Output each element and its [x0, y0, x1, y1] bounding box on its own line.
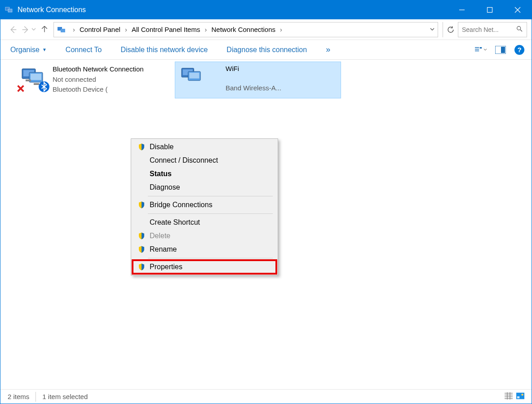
shield-icon [136, 245, 147, 253]
connection-item-bluetooth[interactable]: Bluetooth Network Connection Not connect… [16, 62, 177, 97]
diagnose-connection-button[interactable]: Diagnose this connection [224, 44, 310, 56]
svg-point-41 [521, 394, 523, 396]
address-bar[interactable]: › Control Panel › All Control Panel Item… [53, 22, 438, 37]
context-menu: Disable Connect / Disconnect Status Diag… [131, 138, 278, 275]
connection-name: WiFi [226, 64, 281, 74]
menu-item-delete: Delete [133, 229, 276, 243]
menu-item-properties[interactable]: Properties [133, 260, 276, 274]
address-dropdown[interactable] [430, 26, 435, 33]
overflow-button[interactable]: » [326, 45, 330, 54]
svg-rect-40 [517, 396, 519, 399]
chevron-right-icon[interactable]: › [280, 26, 282, 33]
menu-separator [148, 196, 273, 196]
menu-item-connect-disconnect[interactable]: Connect / Disconnect [133, 154, 276, 167]
help-button[interactable]: ? [514, 45, 524, 55]
breadcrumb-item[interactable]: Network Connections [209, 26, 277, 33]
refresh-button[interactable] [443, 22, 458, 37]
up-button[interactable] [40, 24, 49, 35]
window-title: Network Connections [18, 6, 86, 14]
svg-rect-1 [8, 9, 12, 12]
svg-rect-3 [488, 8, 492, 13]
connection-device: Band Wireless-A... [226, 83, 281, 93]
shield-icon [136, 263, 147, 271]
forward-button[interactable] [19, 23, 32, 36]
svg-rect-22 [31, 74, 41, 80]
network-adapter-icon [177, 64, 208, 93]
recent-locations-dropdown[interactable] [31, 26, 36, 33]
chevron-right-icon[interactable]: › [204, 26, 207, 33]
menu-item-disable[interactable]: Disable [133, 140, 276, 154]
connection-device: Bluetooth Device ( [53, 84, 144, 95]
content-area: Bluetooth Network Connection Not connect… [0, 60, 532, 389]
shield-icon [136, 201, 147, 209]
network-adapter-icon [18, 64, 48, 93]
back-button[interactable] [7, 23, 19, 36]
title-bar: Network Connections [0, 0, 532, 19]
chevron-right-icon[interactable]: › [125, 26, 127, 33]
svg-rect-9 [61, 29, 65, 32]
organise-menu[interactable]: Organise▼ [8, 44, 49, 56]
svg-rect-23 [26, 80, 31, 81]
menu-separator [148, 213, 273, 214]
maximize-button[interactable] [476, 0, 504, 19]
chevron-right-icon[interactable]: › [73, 26, 75, 33]
close-button[interactable] [504, 0, 532, 19]
navigation-bar: › Control Panel › All Control Panel Item… [0, 19, 532, 40]
app-icon [5, 5, 14, 14]
command-bar: Organise▼ Connect To Disable this networ… [0, 40, 532, 60]
breadcrumb: › Control Panel › All Control Panel Item… [70, 26, 285, 33]
connection-item-wifi[interactable]: WiFi Band Wireless-A... [175, 62, 341, 98]
shield-icon [136, 143, 147, 151]
svg-rect-32 [189, 73, 199, 79]
svg-point-10 [517, 27, 521, 30]
location-icon [57, 24, 67, 35]
menu-item-create-shortcut[interactable]: Create Shortcut [133, 216, 276, 229]
disable-device-button[interactable]: Disable this network device [118, 44, 210, 56]
large-icons-view-button[interactable] [516, 392, 524, 401]
svg-rect-18 [501, 47, 505, 53]
connect-to-button[interactable]: Connect To [63, 44, 105, 56]
menu-item-rename[interactable]: Rename [133, 243, 276, 256]
svg-line-11 [520, 30, 522, 31]
connection-name: Bluetooth Network Connection [53, 64, 144, 75]
details-view-button[interactable] [505, 392, 513, 401]
breadcrumb-item[interactable]: Control Panel [78, 26, 122, 33]
status-bar: 2 items 1 item selected [0, 389, 532, 404]
menu-item-bridge[interactable]: Bridge Connections [133, 198, 276, 212]
search-icon [516, 25, 523, 34]
svg-rect-16 [480, 47, 482, 48]
search-box[interactable] [458, 22, 527, 37]
shield-icon [136, 232, 147, 240]
menu-item-diagnose[interactable]: Diagnose [133, 181, 276, 194]
breadcrumb-item[interactable]: All Control Panel Items [130, 26, 202, 33]
change-view-button[interactable] [475, 44, 487, 55]
connection-status: Not connected [53, 75, 144, 85]
menu-item-status[interactable]: Status [133, 167, 276, 181]
preview-pane-button[interactable] [495, 44, 506, 55]
menu-separator [148, 258, 273, 258]
item-count: 2 items [8, 393, 29, 400]
search-input[interactable] [462, 26, 514, 33]
minimize-button[interactable] [448, 0, 476, 19]
selection-count: 1 item selected [42, 393, 88, 400]
